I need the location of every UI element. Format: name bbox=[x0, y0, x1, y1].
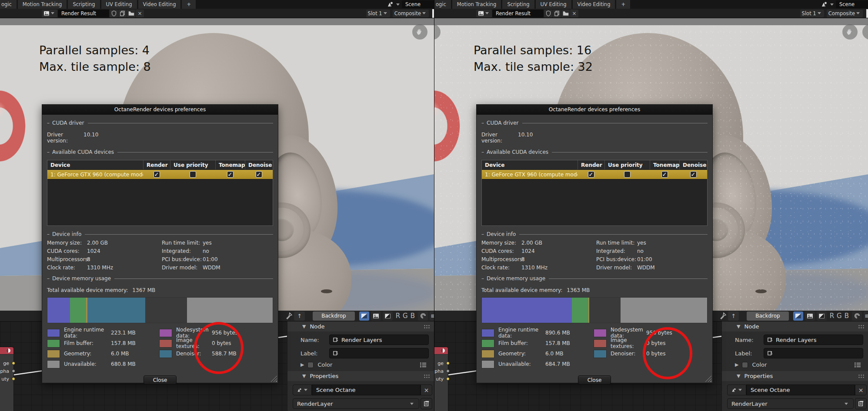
node-name-input[interactable]: Render Layers bbox=[329, 335, 429, 345]
pin-icon[interactable] bbox=[285, 312, 292, 319]
open-image-folder-icon[interactable] bbox=[561, 10, 570, 17]
workspace-tab[interactable]: Motion Tracking bbox=[18, 0, 67, 9]
pass-dropdown[interactable]: Composite bbox=[393, 10, 429, 17]
overscan-spiral-icon[interactable] bbox=[852, 312, 862, 321]
channel-letter[interactable]: B bbox=[411, 312, 415, 320]
new-layer-icon[interactable] bbox=[855, 398, 867, 409]
open-image-folder-icon[interactable] bbox=[127, 10, 135, 17]
node-section-header[interactable]: ▼ Node bbox=[287, 322, 434, 331]
backdrop-button[interactable]: Backdrop bbox=[747, 312, 788, 321]
workspace-tab[interactable]: Scripting bbox=[502, 0, 534, 9]
render-layer-dropdown[interactable]: RenderLayer bbox=[293, 398, 419, 409]
drag-dots-icon[interactable] bbox=[858, 325, 865, 329]
new-image-icon[interactable] bbox=[553, 10, 561, 17]
channel-letter[interactable]: B bbox=[845, 312, 849, 320]
workspace-tab[interactable]: UV Editing bbox=[101, 0, 137, 9]
node-label-input[interactable] bbox=[329, 348, 429, 358]
channel-letter[interactable]: R bbox=[396, 312, 400, 320]
scene-unlink-icon[interactable]: × bbox=[421, 384, 432, 395]
scene-name[interactable]: Scene bbox=[402, 0, 434, 8]
backdrop-color-icon[interactable] bbox=[371, 312, 381, 321]
pin-icon[interactable] bbox=[719, 312, 726, 319]
image-type-dropdown[interactable] bbox=[476, 10, 492, 17]
backdrop-color-alpha-icon[interactable] bbox=[793, 312, 803, 321]
device-checkbox[interactable] bbox=[624, 171, 631, 178]
workspace-tab[interactable]: + bbox=[182, 0, 196, 9]
image-type-dropdown[interactable] bbox=[42, 10, 57, 17]
dialog-title[interactable]: OctaneRender devices preferences bbox=[477, 105, 712, 115]
slot-dropdown[interactable]: Slot 1 bbox=[800, 10, 824, 17]
pass-dropdown[interactable]: Composite bbox=[827, 10, 863, 17]
device-checkbox[interactable]: ✓ bbox=[661, 171, 668, 178]
parent-up-button[interactable]: ↑ bbox=[294, 312, 305, 321]
workspace-tab[interactable]: ogic bbox=[0, 0, 17, 9]
image-name-field[interactable]: Render Result bbox=[58, 10, 109, 17]
backdrop-color-alpha-icon[interactable] bbox=[359, 312, 369, 321]
device-checkbox[interactable]: ✓ bbox=[227, 171, 234, 178]
backdrop-alpha-icon[interactable] bbox=[817, 312, 827, 321]
scene-selector[interactable]: Scene bbox=[385, 0, 434, 9]
socket-dot[interactable] bbox=[446, 377, 450, 381]
drag-dots-icon[interactable] bbox=[424, 374, 431, 378]
slot-dropdown[interactable]: Slot 1 bbox=[366, 10, 390, 17]
device-checkbox[interactable]: ✓ bbox=[256, 171, 262, 178]
scene-dropdown[interactable] bbox=[293, 384, 312, 395]
color-checkbox[interactable] bbox=[742, 362, 748, 368]
device-row[interactable]: 1: GeForce GTX 960 (compute model 5.2) ✓… bbox=[482, 170, 707, 179]
workspace-tab[interactable]: Video Editing bbox=[138, 0, 181, 9]
new-image-icon[interactable] bbox=[118, 10, 127, 17]
render-layers-node[interactable]: ge pha uty bbox=[0, 347, 14, 411]
shield-fake-user-icon[interactable] bbox=[544, 10, 552, 17]
scene-unlink-icon[interactable]: × bbox=[855, 384, 867, 395]
render-layer-dropdown[interactable]: RenderLayer bbox=[727, 398, 854, 409]
node-label-input[interactable] bbox=[764, 348, 863, 358]
channel-letter[interactable]: R bbox=[830, 312, 834, 320]
workspace-tab[interactable]: UV Editing bbox=[536, 0, 571, 9]
device-checkbox[interactable]: ✓ bbox=[154, 171, 160, 178]
unlink-close-icon[interactable]: × bbox=[136, 10, 144, 17]
properties-section-header[interactable]: ▼ Properties bbox=[287, 371, 434, 381]
backdrop-color-icon[interactable] bbox=[805, 312, 815, 321]
scene-name-field[interactable]: Scene Octane bbox=[746, 384, 855, 395]
shield-fake-user-icon[interactable] bbox=[110, 10, 118, 17]
backdrop-button[interactable]: Backdrop bbox=[313, 312, 354, 321]
socket-dot[interactable] bbox=[12, 369, 15, 373]
workspace-tab[interactable]: Video Editing bbox=[573, 0, 615, 9]
socket-dot[interactable] bbox=[12, 361, 15, 365]
workspace-tab[interactable]: + bbox=[616, 0, 630, 9]
scene-dropdown[interactable] bbox=[727, 384, 746, 395]
socket-dot[interactable] bbox=[446, 361, 450, 365]
node-name-input[interactable]: Render Layers bbox=[764, 335, 863, 345]
render-layers-node[interactable]: ge pha uty bbox=[434, 347, 448, 411]
drag-dots-icon[interactable] bbox=[424, 325, 431, 329]
scene-selector[interactable]: Scene bbox=[819, 0, 868, 9]
color-checkbox[interactable] bbox=[307, 362, 314, 368]
socket-dot[interactable] bbox=[446, 369, 450, 373]
backdrop-alpha-icon[interactable] bbox=[383, 312, 393, 321]
clipped-toolbar-icon[interactable]: ⊞ bbox=[430, 312, 434, 321]
image-name-field[interactable]: Render Result bbox=[492, 10, 544, 17]
overscan-spiral-icon[interactable] bbox=[418, 312, 428, 321]
unlink-close-icon[interactable]: × bbox=[570, 10, 578, 17]
new-layer-icon[interactable] bbox=[421, 398, 432, 409]
device-row[interactable]: 1: GeForce GTX 960 (compute model 5.2) ✓… bbox=[47, 170, 273, 179]
presets-list-icon[interactable] bbox=[854, 362, 861, 368]
workspace-tab[interactable]: Scripting bbox=[68, 0, 100, 9]
workspace-tab[interactable]: Motion Tracking bbox=[452, 0, 501, 9]
clipped-toolbar-icon[interactable]: ⊞ bbox=[864, 312, 868, 321]
drag-dots-icon[interactable] bbox=[858, 374, 865, 378]
close-button[interactable]: Close bbox=[578, 375, 611, 384]
close-button[interactable]: Close bbox=[144, 375, 177, 384]
properties-section-header[interactable]: ▼ Properties bbox=[722, 371, 868, 381]
device-checkbox[interactable]: ✓ bbox=[588, 171, 594, 178]
channel-letter[interactable]: G bbox=[403, 312, 408, 320]
socket-dot[interactable] bbox=[12, 377, 15, 381]
node-section-header[interactable]: ▼ Node bbox=[722, 322, 868, 331]
device-checkbox[interactable]: ✓ bbox=[690, 171, 697, 178]
scene-name[interactable]: Scene bbox=[836, 0, 868, 8]
dialog-title[interactable]: OctaneRender devices preferences bbox=[42, 105, 278, 115]
scene-name-field[interactable]: Scene Octane bbox=[312, 384, 421, 395]
expand-triangle-icon[interactable]: ▶ bbox=[300, 362, 304, 368]
presets-list-icon[interactable] bbox=[420, 362, 427, 368]
device-checkbox[interactable] bbox=[190, 171, 196, 178]
